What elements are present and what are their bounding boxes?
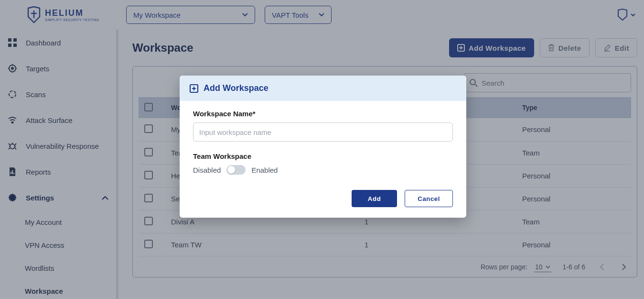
workspace-name-input[interactable]: [193, 122, 453, 142]
workspace-name-label: Workspace Name*: [193, 110, 453, 118]
add-workspace-modal: Add Workspace Workspace Name* Team Works…: [180, 76, 466, 218]
toggle-on-label: Enabled: [251, 166, 278, 174]
modal-cancel-button[interactable]: Cancel: [405, 190, 453, 207]
modal-title: Add Workspace: [204, 83, 268, 93]
team-workspace-toggle[interactable]: [226, 165, 246, 175]
plus-box-icon: [189, 84, 199, 93]
team-workspace-label: Team Workspace: [193, 152, 453, 160]
modal-add-button[interactable]: Add: [352, 190, 397, 207]
toggle-off-label: Disabled: [193, 166, 221, 174]
